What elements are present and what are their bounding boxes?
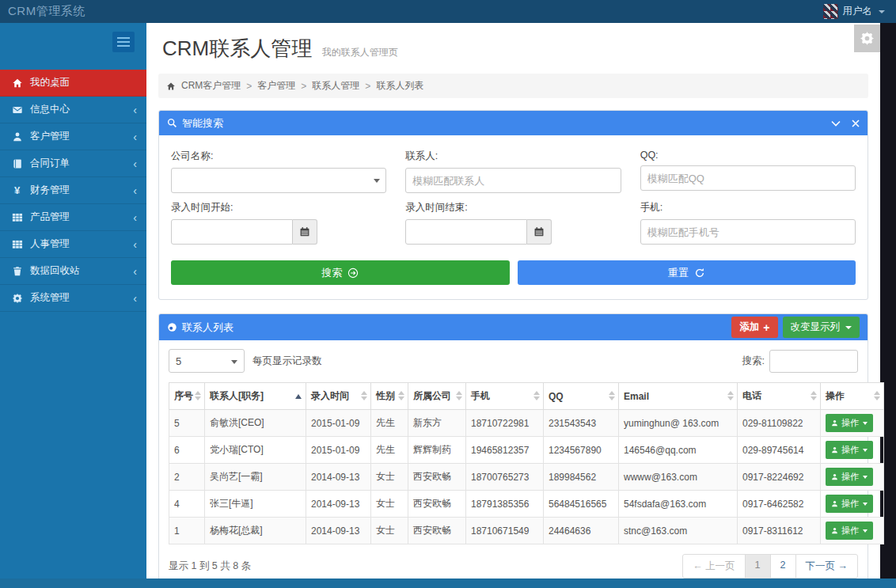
chevron-down-icon — [879, 10, 885, 13]
search-panel-title: 智能搜索 — [182, 116, 223, 131]
time-start-input[interactable] — [171, 219, 293, 245]
chevron-left-icon: ‹ — [133, 185, 137, 196]
search-button[interactable]: 搜索 — [171, 260, 510, 285]
contact-label: 联系人: — [405, 150, 621, 163]
page-size-label: 每页显示记录数 — [252, 355, 322, 368]
chevron-left-icon: ‹ — [133, 104, 137, 116]
menu-toggle-button[interactable] — [112, 32, 135, 52]
page-size-select[interactable]: 5 — [169, 349, 245, 373]
col-header-gender[interactable]: 性别 — [371, 383, 408, 410]
sort-icon — [811, 391, 817, 400]
sidebar-item-hr[interactable]: 人事管理 ‹ — [0, 231, 146, 258]
collapse-panel-icon[interactable] — [831, 120, 841, 127]
search-button-label: 搜索 — [321, 266, 342, 280]
col-header-seq[interactable]: 序号 — [169, 383, 205, 410]
sort-icon — [609, 391, 615, 400]
table-search-input[interactable] — [769, 350, 858, 373]
settings-toggle-button[interactable] — [854, 25, 880, 52]
reset-button[interactable]: 重置 — [518, 260, 856, 285]
chevron-left-icon: ‹ — [133, 239, 137, 250]
message-icon — [11, 104, 23, 116]
sidebar-item-customers[interactable]: 客户管理 ‹ — [0, 123, 146, 150]
row-action-button[interactable]: 操作 — [826, 414, 873, 432]
time-end-label: 录入时间结束: — [405, 201, 621, 214]
sort-icon — [195, 391, 201, 400]
sidebar-item-contracts[interactable]: 合同订单 ‹ — [0, 150, 146, 177]
search-panel-body: 公司名称: 联系人: QQ: 录入时间开始: — [159, 135, 868, 299]
chevron-left-icon: ‹ — [133, 131, 137, 142]
contact-list-panel: 联系人列表 添加+ 改变显示列 5 每页显示记录数 搜索: — [158, 313, 868, 588]
row-action-button[interactable]: 操作 — [826, 495, 873, 513]
sidebar-menu: 我的桌面 信息中心 ‹ 客户管理 ‹ 合同订单 ‹ ¥ 财务管理 ‹ — [0, 70, 146, 312]
row-action-button[interactable]: 操作 — [826, 522, 873, 540]
sidebar-item-label: 信息中心 — [30, 103, 70, 116]
col-header-qq[interactable]: QQ — [544, 383, 619, 410]
user-menu[interactable]: 用户名 — [823, 4, 896, 19]
next-page-button[interactable]: 下一页 → — [795, 554, 858, 579]
avatar — [823, 4, 838, 19]
list-panel-header: 联系人列表 添加+ 改变显示列 — [159, 314, 868, 340]
person-icon — [831, 446, 838, 453]
sidebar-item-recycle-bin[interactable]: 数据回收站 ‹ — [0, 258, 146, 285]
qq-input[interactable] — [640, 165, 856, 191]
col-header-mobile[interactable]: 手机 — [466, 383, 544, 410]
add-button-label: 添加 — [739, 321, 759, 334]
username-label: 用户名 — [843, 5, 873, 18]
table-header-row: 序号 联系人[职务] 录入时间 性别 所属公司 手机 QQ Email 电话 操… — [169, 383, 884, 410]
breadcrumb-separator: > — [301, 81, 306, 92]
col-header-contact[interactable]: 联系人[职务] — [205, 383, 306, 410]
company-select[interactable] — [171, 168, 386, 193]
breadcrumb-item[interactable]: CRM客户管理 — [181, 79, 241, 93]
chevron-down-icon — [845, 326, 852, 329]
table-row: 5 俞敏洪[CEO] 2015-01-09 先生 新东方 18710722981… — [169, 410, 884, 437]
chevron-down-icon — [863, 476, 868, 479]
mobile-input[interactable] — [640, 219, 856, 245]
calendar-icon[interactable] — [527, 219, 552, 245]
page-subtitle: 我的联系人管理页 — [322, 47, 398, 58]
search-icon — [167, 118, 177, 128]
add-button[interactable]: 添加+ — [731, 317, 777, 338]
sidebar-item-info-center[interactable]: 信息中心 ‹ — [0, 97, 146, 123]
sort-asc-icon — [295, 394, 302, 399]
refresh-icon — [694, 267, 705, 279]
sort-icon — [727, 391, 734, 400]
sidebar-item-system[interactable]: 系统管理 ‹ — [0, 285, 146, 312]
table-row: 1 杨梅花[总裁] 2014-09-13 女士 西安欧畅 18710671549… — [169, 518, 884, 544]
page-1-button[interactable]: 1 — [745, 554, 771, 579]
col-header-entry-time[interactable]: 录入时间 — [306, 383, 371, 410]
page-header: CRM联系人管理 我的联系人管理页 — [146, 23, 880, 67]
col-header-company[interactable]: 所属公司 — [408, 383, 466, 410]
grid-icon — [11, 238, 23, 250]
sidebar-item-products[interactable]: 产品管理 ‹ — [0, 204, 146, 231]
sort-icon — [874, 391, 880, 400]
change-columns-button[interactable]: 改变显示列 — [783, 317, 860, 338]
app-brand[interactable]: CRM管理系统 — [0, 4, 85, 19]
col-header-phone[interactable]: 电话 — [738, 383, 821, 410]
breadcrumb-separator: > — [246, 81, 252, 92]
time-start-label: 录入时间开始: — [171, 201, 386, 214]
close-panel-icon[interactable] — [852, 119, 860, 127]
sidebar-item-finance[interactable]: ¥ 财务管理 ‹ — [0, 177, 146, 204]
search-panel-header: 智能搜索 — [159, 111, 868, 135]
page-title: CRM联系人管理 — [162, 36, 312, 60]
contact-input[interactable] — [405, 168, 621, 193]
time-end-input[interactable] — [405, 219, 527, 245]
chevron-left-icon: ‹ — [133, 158, 137, 169]
table-row: 6 党小瑞[CTO] 2015-01-09 先生 辉辉制药 1946581235… — [169, 437, 884, 464]
breadcrumb-item[interactable]: 联系人管理 — [312, 79, 359, 93]
change-columns-label: 改变显示列 — [791, 321, 841, 334]
col-header-email[interactable]: Email — [619, 383, 738, 410]
sidebar-item-desktop[interactable]: 我的桌面 — [0, 70, 146, 97]
col-header-action[interactable]: 操作 — [821, 383, 884, 410]
row-action-button[interactable]: 操作 — [826, 468, 873, 486]
sort-icon — [361, 391, 367, 400]
breadcrumb: CRM客户管理 > 客户管理 > 联系人管理 > 联系人列表 — [158, 74, 868, 98]
prev-page-button[interactable]: ← 上一页 — [682, 554, 745, 579]
trash-icon — [11, 265, 23, 277]
sidebar-item-label: 产品管理 — [30, 211, 70, 224]
top-navbar: CRM管理系统 用户名 — [0, 0, 896, 23]
row-action-button[interactable]: 操作 — [826, 441, 873, 459]
calendar-icon[interactable] — [293, 219, 317, 245]
breadcrumb-item[interactable]: 客户管理 — [257, 79, 295, 93]
page-2-button[interactable]: 2 — [770, 554, 796, 579]
